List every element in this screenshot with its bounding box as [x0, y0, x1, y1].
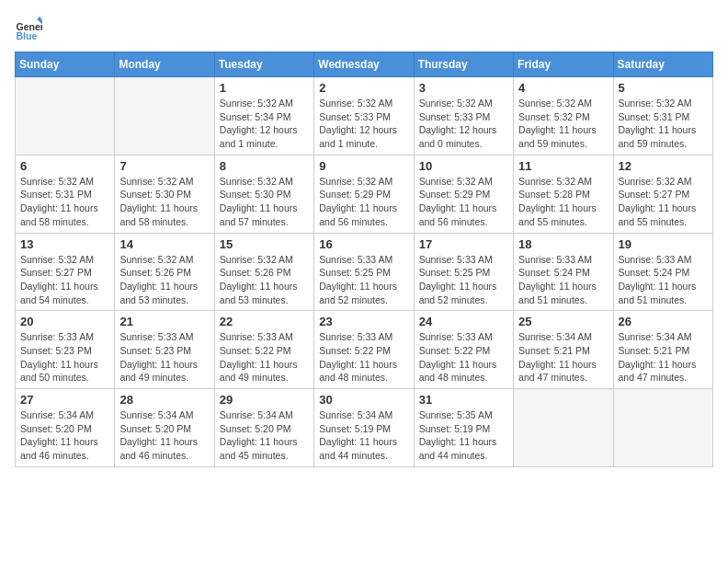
weekday-header-thursday: Thursday: [414, 52, 513, 77]
page-header: General Blue: [15, 15, 713, 42]
calendar-cell: 25Sunrise: 5:34 AM Sunset: 5:21 PM Dayli…: [514, 311, 613, 389]
day-info: Sunrise: 5:34 AM Sunset: 5:21 PM Dayligh…: [619, 330, 708, 385]
weekday-header-friday: Friday: [514, 52, 613, 77]
day-info: Sunrise: 5:32 AM Sunset: 5:30 PM Dayligh…: [119, 175, 209, 229]
day-number: 27: [20, 393, 109, 407]
day-info: Sunrise: 5:32 AM Sunset: 5:34 PM Dayligh…: [220, 97, 309, 151]
day-number: 22: [220, 315, 309, 328]
calendar-week-4: 20Sunrise: 5:33 AM Sunset: 5:23 PM Dayli…: [16, 311, 713, 389]
day-number: 19: [619, 237, 708, 251]
day-info: Sunrise: 5:33 AM Sunset: 5:22 PM Dayligh…: [220, 330, 309, 385]
day-number: 1: [220, 81, 309, 95]
weekday-header-saturday: Saturday: [613, 52, 712, 77]
calendar-cell: 30Sunrise: 5:34 AM Sunset: 5:19 PM Dayli…: [314, 389, 414, 467]
day-number: 18: [518, 237, 608, 251]
calendar-week-2: 6Sunrise: 5:32 AM Sunset: 5:31 PM Daylig…: [16, 155, 713, 233]
day-number: 23: [319, 315, 408, 328]
day-number: 30: [319, 393, 408, 407]
calendar-cell: 26Sunrise: 5:34 AM Sunset: 5:21 PM Dayli…: [613, 311, 712, 389]
day-number: 7: [119, 159, 209, 173]
day-info: Sunrise: 5:32 AM Sunset: 5:29 PM Dayligh…: [319, 175, 408, 229]
day-info: Sunrise: 5:33 AM Sunset: 5:24 PM Dayligh…: [518, 253, 608, 307]
day-number: 13: [20, 237, 109, 251]
day-info: Sunrise: 5:32 AM Sunset: 5:29 PM Dayligh…: [419, 175, 508, 229]
calendar-cell: 27Sunrise: 5:34 AM Sunset: 5:20 PM Dayli…: [16, 389, 115, 467]
day-number: 25: [518, 315, 608, 328]
calendar-cell: 17Sunrise: 5:33 AM Sunset: 5:25 PM Dayli…: [414, 233, 513, 311]
calendar-cell: 10Sunrise: 5:32 AM Sunset: 5:29 PM Dayli…: [414, 155, 513, 233]
day-info: Sunrise: 5:32 AM Sunset: 5:32 PM Dayligh…: [518, 97, 608, 151]
day-info: Sunrise: 5:33 AM Sunset: 5:24 PM Dayligh…: [619, 253, 708, 307]
calendar-cell: 7Sunrise: 5:32 AM Sunset: 5:30 PM Daylig…: [115, 155, 214, 233]
day-number: 3: [419, 81, 508, 95]
day-number: 24: [419, 315, 508, 328]
day-info: Sunrise: 5:32 AM Sunset: 5:27 PM Dayligh…: [619, 175, 708, 229]
day-number: 26: [619, 315, 708, 328]
day-number: 28: [119, 393, 209, 407]
day-number: 9: [319, 159, 408, 173]
day-number: 15: [220, 237, 309, 251]
calendar-cell: [16, 77, 115, 155]
day-number: 21: [119, 315, 209, 328]
day-number: 12: [619, 159, 708, 173]
calendar-cell: 22Sunrise: 5:33 AM Sunset: 5:22 PM Dayli…: [214, 311, 313, 389]
calendar-cell: 13Sunrise: 5:32 AM Sunset: 5:27 PM Dayli…: [16, 233, 115, 311]
day-info: Sunrise: 5:34 AM Sunset: 5:20 PM Dayligh…: [20, 408, 109, 463]
day-info: Sunrise: 5:34 AM Sunset: 5:20 PM Dayligh…: [119, 408, 209, 463]
calendar-cell: 8Sunrise: 5:32 AM Sunset: 5:30 PM Daylig…: [214, 155, 313, 233]
calendar-cell: 29Sunrise: 5:34 AM Sunset: 5:20 PM Dayli…: [214, 389, 313, 467]
logo: General Blue: [15, 15, 46, 42]
calendar-header-row: SundayMondayTuesdayWednesdayThursdayFrid…: [16, 52, 713, 77]
weekday-header-monday: Monday: [115, 52, 214, 77]
calendar-cell: 1Sunrise: 5:32 AM Sunset: 5:34 PM Daylig…: [214, 77, 313, 155]
day-info: Sunrise: 5:33 AM Sunset: 5:23 PM Dayligh…: [119, 330, 209, 385]
day-number: 5: [619, 81, 708, 95]
day-number: 4: [518, 81, 608, 95]
day-number: 31: [419, 393, 508, 407]
calendar-cell: 15Sunrise: 5:32 AM Sunset: 5:26 PM Dayli…: [214, 233, 313, 311]
calendar-cell: 24Sunrise: 5:33 AM Sunset: 5:22 PM Dayli…: [414, 311, 513, 389]
calendar-cell: 14Sunrise: 5:32 AM Sunset: 5:26 PM Dayli…: [115, 233, 214, 311]
calendar-cell: 11Sunrise: 5:32 AM Sunset: 5:28 PM Dayli…: [514, 155, 613, 233]
calendar-week-1: 1Sunrise: 5:32 AM Sunset: 5:34 PM Daylig…: [16, 77, 713, 155]
calendar-week-3: 13Sunrise: 5:32 AM Sunset: 5:27 PM Dayli…: [16, 233, 713, 311]
day-info: Sunrise: 5:34 AM Sunset: 5:21 PM Dayligh…: [518, 330, 608, 385]
day-number: 8: [220, 159, 309, 173]
calendar-cell: 31Sunrise: 5:35 AM Sunset: 5:19 PM Dayli…: [414, 389, 513, 467]
calendar-cell: 28Sunrise: 5:34 AM Sunset: 5:20 PM Dayli…: [115, 389, 214, 467]
day-info: Sunrise: 5:33 AM Sunset: 5:23 PM Dayligh…: [20, 330, 109, 385]
logo-icon: General Blue: [15, 15, 42, 42]
day-number: 10: [419, 159, 508, 173]
weekday-header-tuesday: Tuesday: [214, 52, 313, 77]
day-info: Sunrise: 5:32 AM Sunset: 5:33 PM Dayligh…: [419, 97, 508, 151]
calendar-cell: [115, 77, 214, 155]
day-number: 11: [518, 159, 608, 173]
calendar-cell: 12Sunrise: 5:32 AM Sunset: 5:27 PM Dayli…: [613, 155, 712, 233]
calendar-cell: 20Sunrise: 5:33 AM Sunset: 5:23 PM Dayli…: [16, 311, 115, 389]
day-info: Sunrise: 5:33 AM Sunset: 5:22 PM Dayligh…: [419, 330, 508, 385]
day-number: 17: [419, 237, 508, 251]
day-info: Sunrise: 5:32 AM Sunset: 5:31 PM Dayligh…: [619, 97, 708, 151]
day-number: 29: [220, 393, 309, 407]
day-number: 14: [119, 237, 209, 251]
calendar-cell: 18Sunrise: 5:33 AM Sunset: 5:24 PM Dayli…: [514, 233, 613, 311]
day-info: Sunrise: 5:32 AM Sunset: 5:27 PM Dayligh…: [20, 253, 109, 307]
calendar-cell: 21Sunrise: 5:33 AM Sunset: 5:23 PM Dayli…: [115, 311, 214, 389]
calendar-cell: [514, 389, 613, 467]
day-info: Sunrise: 5:33 AM Sunset: 5:25 PM Dayligh…: [419, 253, 508, 307]
day-info: Sunrise: 5:32 AM Sunset: 5:30 PM Dayligh…: [220, 175, 309, 229]
day-info: Sunrise: 5:34 AM Sunset: 5:19 PM Dayligh…: [319, 408, 408, 463]
calendar-cell: 3Sunrise: 5:32 AM Sunset: 5:33 PM Daylig…: [414, 77, 513, 155]
day-number: 6: [20, 159, 109, 173]
svg-text:Blue: Blue: [17, 30, 38, 41]
calendar-cell: 4Sunrise: 5:32 AM Sunset: 5:32 PM Daylig…: [514, 77, 613, 155]
day-info: Sunrise: 5:35 AM Sunset: 5:19 PM Dayligh…: [419, 408, 508, 463]
calendar-cell: 6Sunrise: 5:32 AM Sunset: 5:31 PM Daylig…: [16, 155, 115, 233]
day-info: Sunrise: 5:32 AM Sunset: 5:26 PM Dayligh…: [220, 253, 309, 307]
calendar-cell: 19Sunrise: 5:33 AM Sunset: 5:24 PM Dayli…: [613, 233, 712, 311]
day-info: Sunrise: 5:33 AM Sunset: 5:25 PM Dayligh…: [319, 253, 408, 307]
day-number: 16: [319, 237, 408, 251]
day-number: 2: [319, 81, 408, 95]
day-info: Sunrise: 5:34 AM Sunset: 5:20 PM Dayligh…: [220, 408, 309, 463]
calendar-cell: 23Sunrise: 5:33 AM Sunset: 5:22 PM Dayli…: [314, 311, 414, 389]
